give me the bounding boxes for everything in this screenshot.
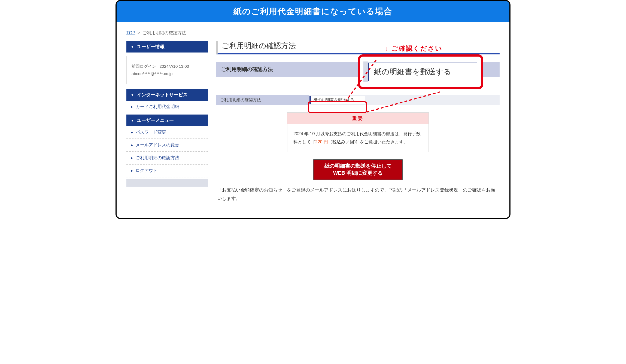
detail-label: ご利用明細の確認方法: [216, 95, 309, 105]
banner-title: 紙のご利用代金明細書になっている場合: [117, 1, 509, 22]
callout-box: 紙の明細書を郵送する: [358, 54, 483, 89]
sidebar-item-password-label: パスワード変更: [136, 129, 166, 135]
sidebar-userbox: 前回ログイン 2024/7/10 13:00 abcde*****@*****.…: [126, 56, 208, 84]
page-title: ご利用明細の確認方法: [216, 41, 500, 54]
last-login-value: 2024/7/10 13:00: [160, 64, 189, 69]
sidebar-spacer: [126, 179, 208, 187]
user-email-masked: abcde*****@*****.co.jp: [132, 70, 203, 77]
detail-row: ご利用明細の確認方法 紙の明細書を郵送する: [216, 95, 500, 105]
sidebar-item-email-label: メールアドレスの変更: [136, 142, 179, 148]
cta-change-to-web-button[interactable]: 紙の明細書の郵送を停止して WEB 明細に変更する: [313, 159, 403, 180]
breadcrumb: TOP > ご利用明細の確認方法: [126, 30, 500, 36]
chevron-right-icon: ▶: [131, 105, 133, 109]
notice-box: 重要 2024 年 10 月以降お支払のご利用代金明細書の郵送は、発行手数料とし…: [287, 112, 429, 152]
chevron-down-icon: ▼: [131, 45, 134, 49]
sidebar-header-internet[interactable]: ▼ インターネットサービス: [126, 89, 208, 101]
foot-note: 「お支払い金額確定のお知らせ」をご登録のメールアドレスにお送りしますので、下記の…: [216, 186, 500, 203]
chevron-down-icon: ▼: [131, 93, 134, 97]
notice-text-post: （税込み／回)］をご負担いただきます。: [328, 140, 408, 144]
chevron-right-icon: ▶: [131, 131, 133, 134]
detail-value: 紙の明細書を郵送する: [309, 96, 365, 104]
last-login-label: 前回ログイン: [132, 64, 156, 69]
chevron-down-icon: ▼: [131, 119, 134, 122]
breadcrumb-current: ご利用明細の確認方法: [142, 30, 186, 35]
breadcrumb-top-link[interactable]: TOP: [126, 30, 135, 35]
chevron-right-icon: ▶: [131, 143, 133, 147]
callout-label: ↓ ご確認ください: [385, 44, 442, 53]
callout-text: 紙の明細書を郵送する: [367, 63, 477, 81]
callout-accent: [363, 61, 368, 82]
sidebar-item-statement-label: カードご利用代金明細: [136, 104, 179, 110]
sidebar-item-statement[interactable]: ▶ カードご利用代金明細: [126, 101, 208, 113]
sidebar-header-user[interactable]: ▼ ユーザー情報: [126, 41, 208, 53]
breadcrumb-sep: >: [138, 30, 140, 35]
sidebar-item-password[interactable]: ▶ パスワード変更: [126, 126, 208, 139]
cta-line2: WEB 明細に変更する: [333, 170, 383, 176]
chevron-right-icon: ▶: [131, 156, 133, 160]
notice-body: 2024 年 10 月以降お支払のご利用代金明細書の郵送は、発行手数料として［2…: [287, 124, 429, 152]
cta-line1: 紙の明細書の郵送を停止して: [324, 163, 392, 169]
sidebar-header-user-label: ユーザー情報: [137, 44, 165, 50]
sidebar-item-confirm[interactable]: ▶ ご利用明細の確認方法: [126, 152, 208, 165]
sidebar-header-menu[interactable]: ▼ ユーザーメニュー: [126, 115, 208, 126]
app-frame: 紙のご利用代金明細書になっている場合 TOP > ご利用明細の確認方法 ▼ ユー…: [116, 0, 510, 219]
sidebar: ▼ ユーザー情報 前回ログイン 2024/7/10 13:00 abcde***…: [126, 41, 208, 187]
main-area: ↓ ご確認ください 紙の明細書を郵送する ご利用明細の確認方法 ご利用明細の確認…: [216, 41, 500, 203]
content-area: TOP > ご利用明細の確認方法 ▼ ユーザー情報 前回ログイン 2024/7/…: [117, 22, 509, 218]
detail-value-wrap: 紙の明細書を郵送する: [309, 95, 500, 105]
chevron-right-icon: ▶: [131, 169, 133, 172]
sidebar-header-menu-label: ユーザーメニュー: [137, 117, 174, 124]
sidebar-header-internet-label: インターネットサービス: [137, 92, 188, 98]
notice-fee: 220 円: [315, 140, 328, 144]
sidebar-item-confirm-label: ご利用明細の確認方法: [136, 155, 179, 161]
sidebar-item-logout-label: ログアウト: [136, 168, 157, 174]
sidebar-item-logout[interactable]: ▶ ログアウト: [126, 165, 208, 177]
notice-head: 重要: [287, 113, 429, 124]
sidebar-item-email[interactable]: ▶ メールアドレスの変更: [126, 139, 208, 152]
